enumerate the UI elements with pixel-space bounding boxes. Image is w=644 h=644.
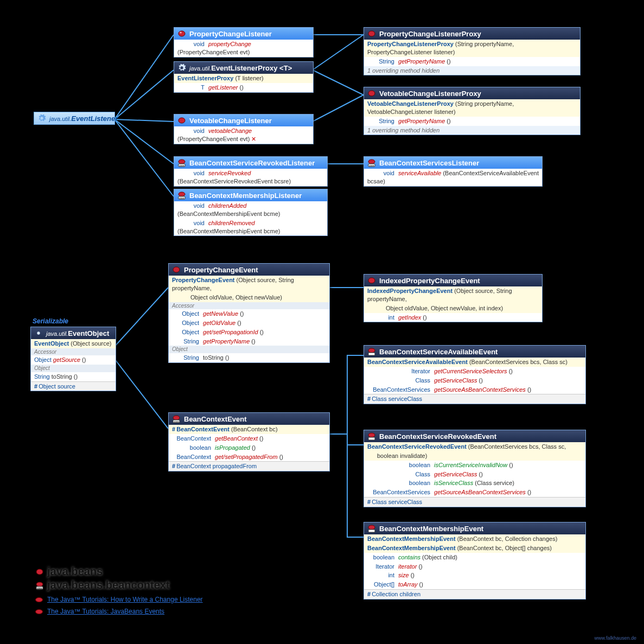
node-bcme[interactable]: BeanContextMembershipEvent BeanContextMe…	[364, 522, 586, 600]
section: Object	[169, 346, 329, 353]
node-eventobject[interactable]: java.util.EventObject EventObject (Objec…	[30, 327, 116, 391]
ctor-row: Object oldValue, Object newValue, int in…	[364, 304, 542, 313]
title: BeanContextServiceAvailableEvent	[379, 348, 498, 356]
svg-point-36	[368, 525, 375, 530]
title: VetoableChangeListenerProxy	[379, 90, 481, 98]
svg-point-29	[173, 416, 180, 420]
method-row: void serviceAvailable (BeanContextServic…	[364, 169, 542, 186]
section: Accessor	[169, 302, 329, 310]
svg-line-2	[114, 119, 174, 122]
svg-line-3	[114, 119, 174, 164]
title: java.util.EventListenerProxy <T>	[189, 64, 292, 72]
header: BeanContextServiceAvailableEvent	[364, 346, 585, 358]
pkg-javabeans: java.beans	[35, 565, 203, 578]
svg-text:con: con	[180, 164, 184, 167]
note-row: 1 overriding method hidden	[364, 126, 580, 135]
method-row: void childrenRemoved (BeanContextMembers…	[174, 219, 327, 236]
title: BeanContextMembershipEvent	[379, 525, 483, 533]
node-bcsrl[interactable]: con BeanContextServiceRevokedListener vo…	[174, 156, 328, 187]
node-bcsae[interactable]: BeanContextServiceAvailableEvent BeanCon…	[364, 345, 586, 404]
node-bcsl[interactable]: con BeanContextServicesListener void ser…	[364, 156, 543, 187]
method-row: Object getSource ()	[31, 355, 116, 365]
svg-point-24	[368, 160, 375, 164]
tutorial-link-1[interactable]: The Java™ Tutorials: How to Write a Chan…	[47, 596, 203, 603]
svg-rect-37	[368, 530, 375, 532]
svg-point-34	[368, 433, 375, 437]
method-row: void propertyChange (PropertyChangeEvent…	[174, 40, 313, 57]
pkg-beancontext: con java.beans.beancontext	[35, 579, 203, 591]
oracle-icon	[35, 597, 43, 602]
ctor-row: BeanContextServiceRevokedEvent (BeanCont…	[364, 442, 585, 451]
method-row: String toString ()	[169, 353, 329, 362]
bean-con-icon: con	[367, 158, 376, 167]
method-row: String toString ()	[31, 372, 116, 381]
method-row: String getPropertyName ()	[364, 117, 580, 126]
field-row: #Object source	[31, 381, 116, 391]
node-bcml[interactable]: con BeanContextMembershipListener void c…	[174, 189, 328, 236]
title: PropertyChangeListener	[189, 30, 272, 38]
bean-icon	[367, 89, 376, 98]
node-pclp[interactable]: PropertyChangeListenerProxy PropertyChan…	[364, 27, 581, 75]
ctor-row: EventObject (Object source)	[31, 339, 116, 348]
node-vetoablechangelistener[interactable]: VetoableChangeListener void vetoableChan…	[174, 114, 314, 144]
method-row: BeanContext get/setPropagatedFrom ()	[169, 452, 329, 462]
ctor-row: IndexedPropertyChangeEvent (Object sourc…	[364, 286, 542, 304]
bean-icon	[177, 29, 186, 38]
svg-point-16	[178, 160, 185, 164]
ctor-row: BeanContextMembershipEvent (BeanContext …	[364, 544, 585, 553]
svg-line-4	[114, 119, 174, 196]
svg-point-28	[368, 278, 375, 283]
method-row: boolean isPropagated ()	[169, 443, 329, 452]
tutorial-link-2[interactable]: The Java™ Tutorials: JavaBeans Events	[47, 608, 164, 615]
node-indexedpce[interactable]: IndexedPropertyChangeEvent IndexedProper…	[364, 274, 543, 322]
bean-icon	[367, 276, 376, 285]
node-eventlistener[interactable]: java.util.EventListener	[34, 112, 115, 125]
ctor-row: boolean invalidate)	[364, 451, 585, 461]
node-beancontextevent[interactable]: con BeanContextEvent #BeanContextEvent (…	[168, 412, 330, 471]
ctor-row: BeanContextMembershipEvent (BeanContext …	[364, 534, 585, 544]
bean-icon	[177, 116, 186, 125]
method-row: T getListener ()	[174, 83, 313, 92]
method-row: String getPropertyName ()	[364, 57, 580, 66]
bean-icon	[367, 29, 376, 38]
method-row: int size ()	[364, 571, 585, 580]
bean-icon	[35, 568, 44, 576]
svg-point-22	[368, 31, 375, 36]
method-row: void childrenAdded (BeanContextMembershi…	[174, 201, 327, 219]
ctor-row: #BeanContextEvent (BeanContext bc)	[169, 425, 329, 434]
svg-rect-33	[368, 353, 375, 355]
node-vclp[interactable]: VetoableChangeListenerProxy VetoableChan…	[364, 87, 581, 135]
header: VetoableChangeListener	[174, 114, 313, 126]
svg-text:con: con	[369, 164, 374, 167]
svg-line-6	[313, 35, 364, 70]
method-row: void serviceRevoked (BeanContextServiceR…	[174, 169, 327, 186]
svg-point-13	[178, 31, 185, 36]
svg-line-0	[114, 35, 174, 119]
bean-icon	[172, 265, 181, 274]
gear-icon	[34, 329, 43, 337]
node-eventlistenerproxy[interactable]: java.util.EventListenerProxy <T> EventLi…	[174, 61, 314, 93]
title: BeanContextMembershipListener	[189, 192, 302, 200]
node-propertychangelistener[interactable]: PropertyChangeListener void propertyChan…	[174, 27, 314, 58]
svg-point-23	[368, 91, 375, 96]
title: BeanContextServiceRevokedEvent	[379, 432, 496, 441]
method-row: Object getOldValue ()	[169, 318, 329, 328]
gear-icon	[37, 114, 46, 123]
method-row: void vetoableChange (PropertyChangeEvent…	[174, 126, 313, 144]
svg-rect-35	[368, 437, 375, 440]
method-row: boolean isCurrentServiceInvalidNow ()	[364, 461, 585, 470]
method-row: boolean isServiceClass (Class service)	[364, 479, 585, 488]
svg-point-19	[178, 192, 185, 196]
title: java.util.EventObject	[46, 329, 109, 337]
legend: java.beans con java.beans.beancontext Th…	[35, 565, 203, 615]
node-bcsre[interactable]: BeanContextServiceRevokedEvent BeanConte…	[364, 430, 586, 507]
node-propertychangeevent[interactable]: PropertyChangeEvent PropertyChangeEvent …	[168, 263, 330, 363]
section: Object	[31, 365, 116, 372]
ctor-row: BeanContextServiceAvailableEvent (BeanCo…	[364, 358, 585, 367]
title: BeanContextEvent	[184, 415, 247, 423]
header: PropertyChangeListenerProxy	[364, 28, 580, 40]
title: VetoableChangeListener	[189, 117, 272, 125]
header: con BeanContextEvent	[169, 413, 329, 425]
svg-line-1	[114, 70, 174, 119]
bean-con-icon: con	[35, 581, 44, 590]
